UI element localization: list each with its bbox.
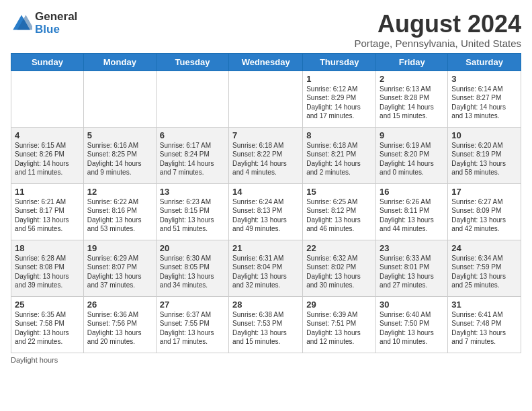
day-info: Sunrise: 6:41 AM Sunset: 7:48 PM Dayligh…: [451, 310, 517, 347]
day-info: Sunrise: 6:38 AM Sunset: 7:53 PM Dayligh…: [232, 310, 299, 347]
table-cell: 10Sunrise: 6:20 AM Sunset: 8:19 PM Dayli…: [448, 127, 521, 183]
day-info: Sunrise: 6:39 AM Sunset: 7:51 PM Dayligh…: [306, 310, 372, 347]
table-cell: 26Sunrise: 6:36 AM Sunset: 7:56 PM Dayli…: [83, 296, 156, 353]
day-number: 30: [380, 300, 444, 310]
day-info: Sunrise: 6:40 AM Sunset: 7:50 PM Dayligh…: [380, 310, 444, 347]
logo-icon: [11, 13, 32, 34]
calendar-table: Sunday Monday Tuesday Wednesday Thursday…: [11, 53, 521, 353]
month-year: August 2024: [355, 11, 521, 38]
table-cell: 7Sunrise: 6:18 AM Sunset: 8:22 PM Daylig…: [229, 127, 303, 183]
table-cell: 21Sunrise: 6:31 AM Sunset: 8:04 PM Dayli…: [229, 240, 303, 296]
table-cell: 27Sunrise: 6:37 AM Sunset: 7:55 PM Dayli…: [156, 296, 228, 353]
day-number: 13: [160, 187, 225, 197]
day-number: 31: [451, 300, 517, 310]
day-info: Sunrise: 6:18 AM Sunset: 8:21 PM Dayligh…: [306, 141, 372, 177]
day-number: 20: [160, 243, 225, 253]
day-info: Sunrise: 6:37 AM Sunset: 7:55 PM Dayligh…: [160, 310, 225, 347]
table-cell: 22Sunrise: 6:32 AM Sunset: 8:02 PM Dayli…: [303, 240, 376, 296]
day-info: Sunrise: 6:26 AM Sunset: 8:11 PM Dayligh…: [380, 197, 444, 234]
calendar-week-row: 4Sunrise: 6:15 AM Sunset: 8:26 PM Daylig…: [11, 127, 521, 183]
day-info: Sunrise: 6:14 AM Sunset: 8:27 PM Dayligh…: [451, 85, 517, 121]
day-info: Sunrise: 6:32 AM Sunset: 8:02 PM Dayligh…: [306, 254, 372, 290]
col-monday: Monday: [83, 53, 156, 71]
day-info: Sunrise: 6:24 AM Sunset: 8:13 PM Dayligh…: [232, 197, 299, 234]
col-saturday: Saturday: [448, 53, 521, 71]
location: Portage, Pennsylvania, United States: [355, 38, 521, 49]
calendar-week-row: 11Sunrise: 6:21 AM Sunset: 8:17 PM Dayli…: [11, 183, 521, 240]
day-info: Sunrise: 6:20 AM Sunset: 8:19 PM Dayligh…: [451, 141, 517, 177]
title-block: August 2024 Portage, Pennsylvania, Unite…: [355, 11, 521, 49]
day-info: Sunrise: 6:17 AM Sunset: 8:24 PM Dayligh…: [160, 141, 225, 177]
logo: General Blue: [11, 11, 77, 36]
table-cell: 2Sunrise: 6:13 AM Sunset: 8:28 PM Daylig…: [376, 71, 448, 127]
table-cell: 9Sunrise: 6:19 AM Sunset: 8:20 PM Daylig…: [376, 127, 448, 183]
day-number: 28: [232, 300, 299, 310]
col-sunday: Sunday: [11, 53, 84, 71]
table-cell: 16Sunrise: 6:26 AM Sunset: 8:11 PM Dayli…: [376, 183, 448, 240]
col-thursday: Thursday: [303, 53, 376, 71]
day-number: 29: [306, 300, 372, 310]
day-number: 24: [451, 243, 517, 253]
day-number: 14: [232, 187, 299, 197]
header: General Blue August 2024 Portage, Pennsy…: [11, 11, 521, 49]
day-number: 2: [380, 74, 444, 84]
col-wednesday: Wednesday: [229, 53, 303, 71]
table-cell: 1Sunrise: 6:12 AM Sunset: 8:29 PM Daylig…: [303, 71, 376, 127]
day-info: Sunrise: 6:12 AM Sunset: 8:29 PM Dayligh…: [306, 85, 372, 121]
day-info: Sunrise: 6:22 AM Sunset: 8:16 PM Dayligh…: [87, 197, 152, 234]
day-number: 17: [451, 187, 517, 197]
day-number: 27: [160, 300, 225, 310]
table-cell: 28Sunrise: 6:38 AM Sunset: 7:53 PM Dayli…: [229, 296, 303, 353]
day-info: Sunrise: 6:28 AM Sunset: 8:08 PM Dayligh…: [15, 254, 80, 290]
table-cell: 4Sunrise: 6:15 AM Sunset: 8:26 PM Daylig…: [11, 127, 84, 183]
day-info: Sunrise: 6:35 AM Sunset: 7:58 PM Dayligh…: [15, 310, 80, 347]
day-number: 12: [87, 187, 152, 197]
day-number: 22: [306, 243, 372, 253]
day-number: 21: [232, 243, 299, 253]
day-number: 3: [451, 74, 517, 84]
table-cell: [156, 71, 228, 127]
calendar-week-row: 18Sunrise: 6:28 AM Sunset: 8:08 PM Dayli…: [11, 240, 521, 296]
day-number: 25: [15, 300, 80, 310]
table-cell: 24Sunrise: 6:34 AM Sunset: 7:59 PM Dayli…: [448, 240, 521, 296]
day-number: 16: [380, 187, 444, 197]
table-cell: 11Sunrise: 6:21 AM Sunset: 8:17 PM Dayli…: [11, 183, 84, 240]
day-info: Sunrise: 6:23 AM Sunset: 8:15 PM Dayligh…: [160, 197, 225, 234]
table-cell: 12Sunrise: 6:22 AM Sunset: 8:16 PM Dayli…: [83, 183, 156, 240]
table-cell: 5Sunrise: 6:16 AM Sunset: 8:25 PM Daylig…: [83, 127, 156, 183]
day-info: Sunrise: 6:30 AM Sunset: 8:05 PM Dayligh…: [160, 254, 225, 290]
calendar-week-row: 25Sunrise: 6:35 AM Sunset: 7:58 PM Dayli…: [11, 296, 521, 353]
day-number: 8: [306, 130, 372, 140]
day-info: Sunrise: 6:36 AM Sunset: 7:56 PM Dayligh…: [87, 310, 152, 347]
day-number: 7: [232, 130, 299, 140]
table-cell: 19Sunrise: 6:29 AM Sunset: 8:07 PM Dayli…: [83, 240, 156, 296]
logo-text: General Blue: [35, 11, 77, 36]
table-cell: 17Sunrise: 6:27 AM Sunset: 8:09 PM Dayli…: [448, 183, 521, 240]
table-cell: 30Sunrise: 6:40 AM Sunset: 7:50 PM Dayli…: [376, 296, 448, 353]
day-info: Sunrise: 6:33 AM Sunset: 8:01 PM Dayligh…: [380, 254, 444, 290]
table-cell: [11, 71, 84, 127]
day-info: Sunrise: 6:29 AM Sunset: 8:07 PM Dayligh…: [87, 254, 152, 290]
day-info: Sunrise: 6:19 AM Sunset: 8:20 PM Dayligh…: [380, 141, 444, 177]
calendar-week-row: 1Sunrise: 6:12 AM Sunset: 8:29 PM Daylig…: [11, 71, 521, 127]
table-cell: 14Sunrise: 6:24 AM Sunset: 8:13 PM Dayli…: [229, 183, 303, 240]
day-info: Sunrise: 6:18 AM Sunset: 8:22 PM Dayligh…: [232, 141, 299, 177]
table-cell: 23Sunrise: 6:33 AM Sunset: 8:01 PM Dayli…: [376, 240, 448, 296]
day-number: 5: [87, 130, 152, 140]
day-info: Sunrise: 6:16 AM Sunset: 8:25 PM Dayligh…: [87, 141, 152, 177]
day-info: Sunrise: 6:31 AM Sunset: 8:04 PM Dayligh…: [232, 254, 299, 290]
col-friday: Friday: [376, 53, 448, 71]
day-number: 1: [306, 74, 372, 84]
footer-note: Daylight hours: [11, 356, 521, 364]
day-number: 23: [380, 243, 444, 253]
day-info: Sunrise: 6:13 AM Sunset: 8:28 PM Dayligh…: [380, 85, 444, 121]
day-info: Sunrise: 6:27 AM Sunset: 8:09 PM Dayligh…: [451, 197, 517, 234]
col-tuesday: Tuesday: [156, 53, 228, 71]
day-info: Sunrise: 6:25 AM Sunset: 8:12 PM Dayligh…: [306, 197, 372, 234]
day-number: 9: [380, 130, 444, 140]
day-number: 18: [15, 243, 80, 253]
day-number: 19: [87, 243, 152, 253]
day-number: 26: [87, 300, 152, 310]
page: General Blue August 2024 Portage, Pennsy…: [0, 0, 532, 369]
day-info: Sunrise: 6:21 AM Sunset: 8:17 PM Dayligh…: [15, 197, 80, 234]
